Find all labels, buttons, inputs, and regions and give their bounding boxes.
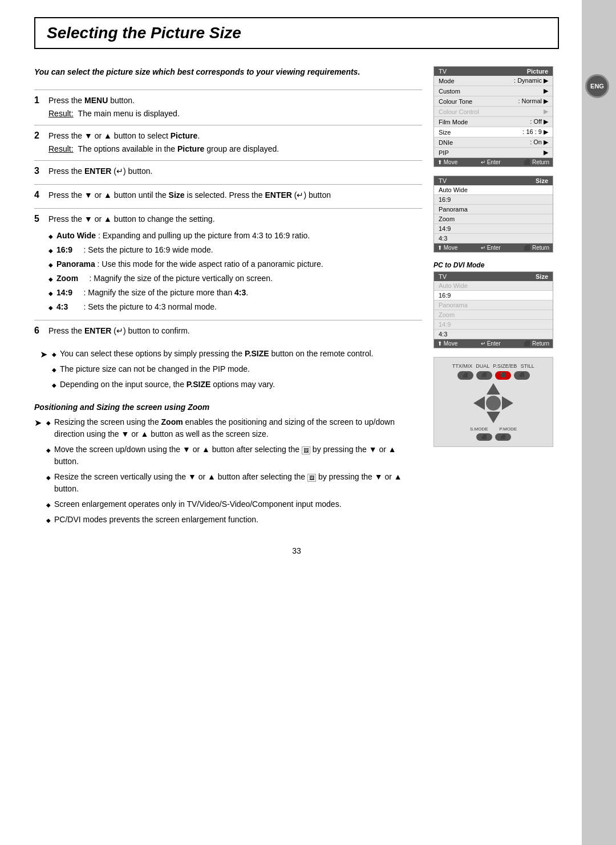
tv-footer-enter: ↵ Enter <box>481 159 501 165</box>
tv-size-footer-return: ⬛ Return <box>524 245 549 251</box>
bullet-16-9: ◆ 16:9 : Sets the picture to 16:9 wide m… <box>48 244 422 256</box>
step-2-result-text: The options available in the Picture gro… <box>78 144 279 153</box>
tv-row-colour-control-label: Colour Control <box>439 108 479 115</box>
remote-btn-smode[interactable]: ⬛ <box>476 433 492 441</box>
step-1-result: Result: The main menu is displayed. <box>48 109 422 118</box>
tv-row-dnie-value: : On ▶ <box>530 139 548 146</box>
tv-size-dvi-row-4-3: 4:3 <box>434 330 553 339</box>
bullet-4-3: ◆ 4:3 : Sets the picture to 4:3 normal m… <box>48 301 422 313</box>
tv-size-row-4-3: 4:3 <box>434 234 553 243</box>
result-label-2: Result: <box>48 144 74 153</box>
diamond-icon: ◆ <box>46 501 51 509</box>
tv-row-film-mode-label: Film Mode <box>439 119 468 125</box>
tv-footer-return: ⬛ Return <box>524 159 549 165</box>
remote-label-ttxmix: TTX/MIX <box>452 363 473 369</box>
pos-note-2: ◆ Move the screen up/down using the ▼ or… <box>46 444 422 468</box>
pos-note-5-text: PC/DVI modes prevents the screen enlarge… <box>54 514 258 526</box>
tv-row-film-mode-value: : Off ▶ <box>530 118 548 125</box>
step-5-bullets: ◆ Auto Wide : Expanding and pulling up t… <box>48 230 422 313</box>
bullet-auto-wide-text: Auto Wide : Expanding and pulling up the… <box>56 230 422 242</box>
step-5-main: Press the ▼ or ▲ button to change the se… <box>48 213 422 225</box>
step-1-num: 1 <box>34 95 48 120</box>
step-4-content: Press the ▼ or ▲ button until the Size i… <box>48 189 422 204</box>
pos-note-3-text: Resize the screen vertically using the ▼… <box>54 471 422 495</box>
tv-footer-move: ⬆ Move <box>437 159 457 165</box>
tv-size-16-9-label: 16:9 <box>439 196 451 203</box>
positioning-section: Positioning and Sizing the screen using … <box>34 403 422 529</box>
diamond-icon: ◆ <box>48 275 53 283</box>
step-2-content: Press the ▼ or ▲ button to select Pictur… <box>48 130 422 156</box>
tv-screen-picture-header: TV Picture <box>434 67 553 76</box>
tv-row-colour-tone-label: Colour Tone <box>439 98 472 105</box>
remote-btn-dual[interactable]: ⬛ <box>476 371 492 380</box>
tv-size-dvi-zoom-label: Zoom <box>439 311 455 318</box>
tv-size-footer: ⬆ Move ↵ Enter ⬛ Return <box>434 243 553 252</box>
tv-picture-body: Mode : Dynamic ▶ Custom ▶ Colour Tone : … <box>434 76 553 158</box>
tv-size-14-9-label: 14:9 <box>439 225 451 232</box>
tv-row-pip: PIP ▶ <box>434 148 553 158</box>
dpad-center-circle <box>486 396 501 411</box>
note-1: ◆ You can select these options by simply… <box>52 348 422 360</box>
step-5-num: 5 <box>34 213 48 315</box>
remote-btn-row-2: ⬛ ⬛ <box>476 433 511 441</box>
tv-size-dvi-row-zoom: Zoom <box>434 310 553 320</box>
diamond-icon: ◆ <box>48 232 53 241</box>
tv-size-row-panorama: Panorama <box>434 205 553 214</box>
remote-btn-psize[interactable]: ⬛ <box>495 371 511 380</box>
tv-size-zoom-label: Zoom <box>439 216 455 222</box>
main-content: Selecting the Picture Size You can selec… <box>0 0 582 845</box>
diamond-icon: ◆ <box>52 350 56 359</box>
bullet-14-9-text: 14:9 : Magnify the size of the picture m… <box>56 287 422 299</box>
pos-note-4-text: Screen enlargement operates only in TV/V… <box>54 498 342 510</box>
eng-badge: ENG <box>585 74 609 98</box>
bullet-zoom-text: Zoom : Magnify the size of the picture v… <box>56 273 422 285</box>
tv-size-dvi-panorama-label: Panorama <box>439 302 468 308</box>
step-5: 5 Press the ▼ or ▲ button to change the … <box>34 208 422 315</box>
notes-section: ➤ ◆ You can select these options by simp… <box>34 348 422 394</box>
note-3-text: Depending on the input source, the P.SIZ… <box>60 379 275 391</box>
title-box: Selecting the Picture Size <box>34 17 559 49</box>
pos-note-3: ◆ Resize the screen vertically using the… <box>46 471 422 495</box>
dpad-right-icon <box>502 396 513 410</box>
pc-dvi-label: PC to DVI Mode <box>433 261 559 269</box>
tv-row-colour-tone-value: : Normal ▶ <box>518 98 548 105</box>
step-2-main: Press the ▼ or ▲ button to select Pictur… <box>48 130 422 142</box>
step-6-main: Press the ENTER (↵) button to confirm. <box>48 325 422 337</box>
dpad-left-icon <box>473 396 485 410</box>
note-bullets-1: ◆ You can select these options by simply… <box>52 348 422 394</box>
remote-btn-pmode[interactable]: ⬛ <box>495 433 511 441</box>
remote-label-smode: S.MODE <box>470 426 488 432</box>
remote-btn-still[interactable]: ⬛ <box>514 371 530 380</box>
diamond-icon: ◆ <box>48 261 53 269</box>
remote-btn-row-1: ⬛ ⬛ ⬛ ⬛ <box>457 371 530 380</box>
tv-screen-size-dvi-header: TV Size <box>434 272 553 281</box>
remote-label-bottom-row: S.MODE P.MODE <box>470 426 517 432</box>
diamond-icon: ◆ <box>46 446 51 454</box>
diamond-icon: ◆ <box>46 473 51 482</box>
positioning-bullets: ◆ Resizing the screen using the Zoom ena… <box>46 416 422 529</box>
tv-size-header-left: TV <box>439 177 447 184</box>
arrow-right-icon-2: ➤ <box>34 417 42 428</box>
remote-btn-ttxmix[interactable]: ⬛ <box>457 371 473 380</box>
step-3-content: Press the ENTER (↵) button. <box>48 165 422 180</box>
tv-screen-picture: TV Picture Mode : Dynamic ▶ Custom ▶ <box>433 66 553 167</box>
left-col: You can select the picture size which be… <box>34 66 422 535</box>
tv-size-dvi-footer: ⬆ Move ↵ Enter ⬛ Return <box>434 339 553 348</box>
tv-row-colour-control-arrow: ▶ <box>544 108 548 115</box>
tv-size-dvi-row-auto-wide: Auto Wide <box>434 281 553 291</box>
tv-size-dvi-row-14-9: 14:9 <box>434 320 553 330</box>
tv-row-custom-arrow: ▶ <box>544 87 548 95</box>
tv-size-dvi-16-9-label: 16:9 <box>439 292 451 299</box>
tv-row-mode: Mode : Dynamic ▶ <box>434 76 553 86</box>
tv-size-auto-wide-label: Auto Wide <box>439 186 468 193</box>
step-3-num: 3 <box>34 165 48 180</box>
tv-row-mode-value: : Dynamic ▶ <box>514 77 548 84</box>
step-2: 2 Press the ▼ or ▲ button to select Pict… <box>34 125 422 156</box>
page-title: Selecting the Picture Size <box>47 24 241 42</box>
tv-size-dvi-footer-enter: ↵ Enter <box>481 340 501 347</box>
tv-screen-size-dvi: TV Size Auto Wide 16:9 Panorama <box>433 271 553 348</box>
tv-size-dvi-footer-move: ⬆ Move <box>437 340 457 347</box>
content-area: You can select the picture size which be… <box>34 66 559 535</box>
step-5-content: Press the ▼ or ▲ button to change the se… <box>48 213 422 315</box>
bullet-auto-wide: ◆ Auto Wide : Expanding and pulling up t… <box>48 230 422 242</box>
